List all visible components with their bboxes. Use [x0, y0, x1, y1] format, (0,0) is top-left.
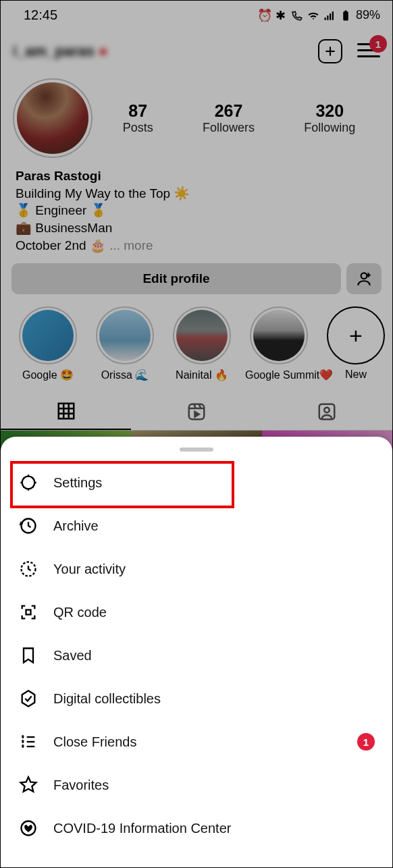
edit-profile-button[interactable]: Edit profile: [11, 263, 341, 294]
highlight-item[interactable]: Orissa 🌊: [91, 306, 159, 381]
more-link[interactable]: ... more: [109, 238, 153, 252]
close-friends-icon: [18, 732, 38, 752]
heart-circle-icon: [18, 818, 38, 838]
menu-label: Digital collectibles: [53, 691, 161, 707]
hexagon-check-icon: [18, 688, 38, 709]
highlight-item[interactable]: Google 🤩: [14, 306, 82, 381]
tagged-tab[interactable]: [262, 394, 392, 430]
menu-label: Favorites: [53, 778, 109, 793]
battery-percent: 89%: [356, 8, 380, 22]
svg-point-21: [325, 408, 330, 413]
bio-line: 🥇 Engineer 🥇: [16, 202, 379, 219]
reels-tab[interactable]: [131, 394, 261, 430]
menu-label: Settings: [53, 475, 102, 491]
svg-rect-4: [343, 11, 348, 21]
grid-tab[interactable]: [1, 394, 131, 430]
followers-stat[interactable]: 267 Followers: [203, 101, 255, 135]
svg-rect-5: [344, 10, 346, 11]
svg-rect-25: [26, 610, 31, 615]
menu-label: QR code: [53, 605, 107, 620]
discover-people-button[interactable]: [346, 263, 382, 294]
qr-icon: [18, 602, 38, 622]
svg-point-31: [22, 745, 23, 746]
svg-point-29: [22, 736, 23, 736]
svg-rect-16: [189, 404, 205, 420]
status-icons: ⏰ ✱ 89%: [259, 8, 380, 22]
status-bar: 12:45 ⏰ ✱ 89%: [1, 1, 392, 26]
bio-line: Building My Way to the Top ☀️: [16, 185, 379, 202]
menu-button[interactable]: 1: [357, 43, 380, 59]
status-time: 12:45: [24, 7, 57, 23]
battery-icon: [340, 9, 352, 22]
svg-rect-11: [58, 404, 74, 419]
profile-header: i_am_paras● 1: [1, 26, 392, 72]
highlight-item[interactable]: Nainital 🔥: [168, 306, 236, 381]
menu-archive[interactable]: Archive: [1, 504, 392, 547]
sheet-handle[interactable]: [180, 447, 213, 452]
menu-label: Close Friends: [53, 734, 136, 750]
bottom-sheet: Settings Archive Your activity QR code: [1, 437, 392, 867]
story-highlights: Google 🤩 Orissa 🌊 Nainital 🔥 Google Summ…: [1, 306, 392, 391]
menu-close-friends[interactable]: Close Friends 1: [1, 720, 392, 763]
profile-tabs: [1, 394, 392, 431]
profile-avatar[interactable]: [13, 78, 93, 158]
profile-name: Paras Rastogi: [16, 167, 379, 185]
alarm-icon: ⏰: [259, 9, 271, 22]
close-friends-badge: 1: [357, 733, 375, 751]
menu-favorites[interactable]: Favorites: [1, 763, 392, 807]
profile-stats-row: 87 Posts 267 Followers 320 Following: [1, 72, 392, 165]
archive-icon: [18, 516, 38, 536]
svg-rect-1: [327, 16, 328, 20]
svg-rect-3: [332, 11, 334, 20]
menu-label: Your activity: [53, 562, 126, 577]
menu-qr[interactable]: QR code: [1, 591, 392, 634]
bluetooth-icon: ✱: [275, 9, 287, 22]
menu-label: COVID-19 Information Center: [53, 821, 231, 836]
highlight-item[interactable]: Google Summit❤️: [245, 306, 313, 381]
username-dropdown[interactable]: i_am_paras●: [13, 43, 107, 60]
menu-badge: 1: [369, 35, 387, 53]
posts-stat[interactable]: 87 Posts: [123, 101, 153, 135]
saved-icon: [18, 645, 38, 666]
svg-rect-2: [330, 13, 331, 20]
menu-activity[interactable]: Your activity: [1, 547, 392, 591]
menu-settings[interactable]: Settings: [1, 461, 392, 504]
svg-point-8: [361, 273, 367, 279]
wifi-icon: [307, 9, 319, 22]
following-stat[interactable]: 320 Following: [304, 101, 355, 135]
create-post-button[interactable]: [318, 39, 342, 63]
sheet-menu: Settings Archive Your activity QR code: [1, 458, 392, 852]
menu-saved[interactable]: Saved: [1, 634, 392, 677]
menu-label: Saved: [53, 648, 92, 663]
svg-rect-0: [324, 18, 325, 20]
call-icon: [291, 9, 303, 22]
menu-covid[interactable]: COVID-19 Information Center: [1, 807, 392, 850]
activity-icon: [18, 559, 38, 579]
new-highlight-button[interactable]: +New: [322, 306, 390, 381]
bio-line: 💼 BusinessMan: [16, 219, 379, 237]
star-icon: [18, 775, 38, 795]
menu-digital-collectibles[interactable]: Digital collectibles: [1, 677, 392, 720]
profile-bio: Paras Rastogi Building My Way to the Top…: [1, 165, 392, 263]
svg-point-30: [22, 740, 23, 741]
signal-icon: [323, 9, 336, 22]
settings-icon: [18, 472, 38, 493]
menu-label: Archive: [53, 518, 99, 534]
bio-line: October 2nd 🎂 ... more: [16, 237, 379, 254]
